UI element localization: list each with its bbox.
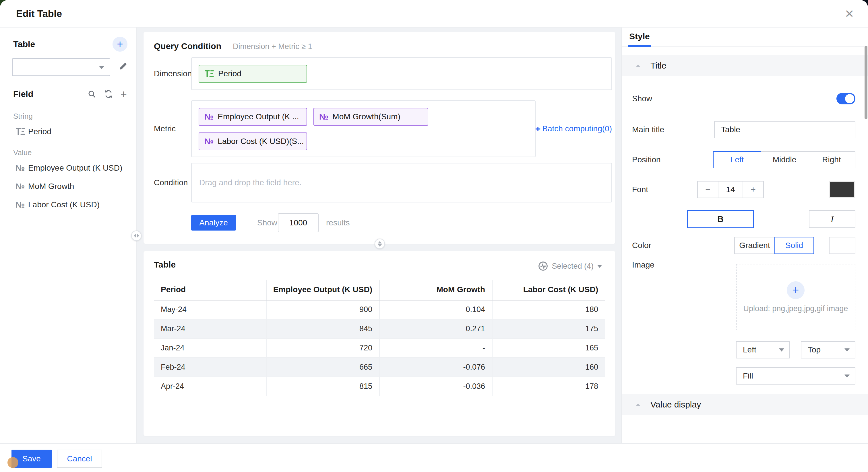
save-button[interactable]: Save [11, 450, 52, 468]
field-item-label: MoM Growth [28, 182, 74, 191]
fill-mode-select[interactable]: Fill [736, 367, 856, 384]
field-item[interactable]: Period [0, 123, 136, 141]
text-field-icon [205, 69, 214, 78]
column-header: Period [154, 280, 267, 300]
position-option-right[interactable]: Right [808, 151, 856, 168]
position-label: Position [632, 155, 713, 164]
pulse-icon [538, 261, 548, 271]
screen: Edit Table ✕ Table + Field + [0, 0, 868, 472]
selected-fields-label: Selected (4) [552, 262, 594, 271]
font-decrease-button[interactable]: − [698, 181, 718, 198]
position-option-middle[interactable]: Middle [761, 151, 808, 168]
section-title-label: Title [650, 61, 666, 71]
align-horizontal-select[interactable]: Left [736, 341, 790, 359]
number-field-icon: № [16, 200, 28, 210]
style-panel-scrollbar[interactable] [865, 46, 867, 119]
main-area: Query Condition Dimension + Metric ≥ 1 D… [137, 28, 621, 443]
table-cell: Mar-24 [154, 319, 267, 338]
bold-button[interactable]: B [687, 210, 754, 228]
metric-chip[interactable]: №Employee Output (K ... [198, 108, 307, 126]
number-field-icon: № [319, 112, 329, 122]
cancel-button[interactable]: Cancel [57, 450, 102, 468]
table-cell: 178 [492, 377, 605, 396]
metric-chip-label: Labor Cost (K USD)(S... [218, 137, 304, 146]
font-color-swatch[interactable] [829, 181, 856, 198]
table-cell: 845 [267, 319, 379, 338]
modal-footer: Save Cancel [0, 443, 868, 472]
color-option-gradient[interactable]: Gradient [734, 237, 775, 254]
field-item-label: Employee Output (K USD) [28, 164, 122, 173]
table-cell: 665 [267, 358, 379, 377]
align-vertical-select[interactable]: Top [801, 341, 856, 359]
column-header: Labor Cost (K USD) [492, 280, 605, 300]
edit-pencil-icon[interactable] [118, 62, 127, 72]
main-title-input[interactable] [714, 121, 856, 138]
field-item[interactable]: №MoM Growth [0, 177, 136, 196]
field-item[interactable]: №Employee Output (K USD) [0, 159, 136, 177]
title-color-swatch[interactable] [829, 237, 856, 254]
preview-header-row: PeriodEmployee Output (K USD)MoM GrowthL… [154, 280, 605, 300]
dimension-dropzone[interactable]: Period [191, 57, 612, 90]
refresh-icon[interactable] [104, 90, 113, 99]
metric-chip[interactable]: №MoM Growth(Sum) [313, 108, 428, 126]
preview-table-wrap: PeriodEmployee Output (K USD)MoM GrowthL… [154, 280, 605, 396]
search-icon[interactable] [87, 90, 96, 99]
color-label: Color [632, 241, 734, 250]
table-row: Jan-24720-165 [154, 338, 605, 358]
collapse-up-icon [636, 403, 640, 406]
position-segmented: LeftMiddleRight [713, 151, 856, 168]
field-list: StringPeriodValue№Employee Output (K USD… [0, 104, 136, 214]
modal-header: Edit Table ✕ [0, 0, 868, 28]
section-value-display-header[interactable]: Value display [622, 394, 868, 415]
table-row: Apr-24815-0.036178 [154, 377, 605, 396]
query-condition-card: Query Condition Dimension + Metric ≥ 1 D… [144, 32, 615, 244]
chevron-down-icon [779, 348, 784, 351]
analyze-button[interactable]: Analyze [191, 215, 236, 231]
panel-resize-handle[interactable] [375, 239, 385, 249]
image-upload-dropzone[interactable]: + Upload: png,jpeg,jpg,gif image [736, 264, 856, 330]
column-header: MoM Growth [379, 280, 492, 300]
results-label: results [326, 215, 350, 231]
field-group-label: String [0, 104, 136, 123]
batch-computing-link[interactable]: + Batch computing(0) [535, 100, 612, 157]
collapse-right-icon [137, 234, 139, 238]
section-value-display-label: Value display [650, 400, 701, 409]
metric-chip[interactable]: №Labor Cost (K USD)(S... [198, 133, 307, 150]
results-limit-input[interactable] [278, 213, 319, 232]
field-item[interactable]: №Labor Cost (K USD) [0, 196, 136, 214]
table-cell: 815 [267, 377, 379, 396]
table-cell: Apr-24 [154, 377, 267, 396]
resize-up-icon [378, 241, 382, 243]
align-horizontal-value: Left [743, 345, 756, 355]
style-panel: Style Title Show Main title Position Lef… [621, 28, 868, 443]
chevron-down-icon [597, 265, 602, 268]
plus-icon: + [535, 124, 541, 134]
align-vertical-value: Top [808, 345, 820, 355]
collapse-left-icon [134, 234, 136, 238]
section-title-header[interactable]: Title [622, 55, 868, 76]
italic-button[interactable]: I [809, 210, 856, 228]
number-field-icon: № [16, 182, 28, 191]
table-cell: Feb-24 [154, 358, 267, 377]
table-cell: -0.036 [379, 377, 492, 396]
resize-down-icon [378, 244, 382, 247]
selected-fields-dropdown[interactable]: Selected (4) [538, 261, 602, 271]
font-size-value[interactable]: 14 [718, 181, 743, 198]
metric-dropzone[interactable]: №Employee Output (K ...№MoM Growth(Sum)№… [191, 100, 536, 157]
table-cell: -0.076 [379, 358, 492, 377]
dimension-chip[interactable]: Period [198, 65, 307, 82]
close-icon[interactable]: ✕ [844, 6, 854, 21]
table-select[interactable] [12, 58, 110, 76]
font-increase-button[interactable]: + [743, 181, 763, 198]
add-field-icon[interactable]: + [121, 90, 127, 99]
tab-style[interactable]: Style [628, 32, 651, 47]
sidebar-collapse-handle[interactable] [131, 231, 142, 241]
show-toggle[interactable] [836, 93, 856, 104]
position-option-left[interactable]: Left [713, 151, 761, 168]
number-field-icon: № [205, 112, 214, 122]
show-toggle-label: Show [632, 94, 836, 103]
add-table-button[interactable]: + [113, 37, 127, 52]
query-condition-title: Query Condition [154, 41, 221, 51]
condition-dropzone[interactable]: Drag and drop the field here. [191, 163, 612, 202]
color-option-solid[interactable]: Solid [774, 237, 814, 254]
